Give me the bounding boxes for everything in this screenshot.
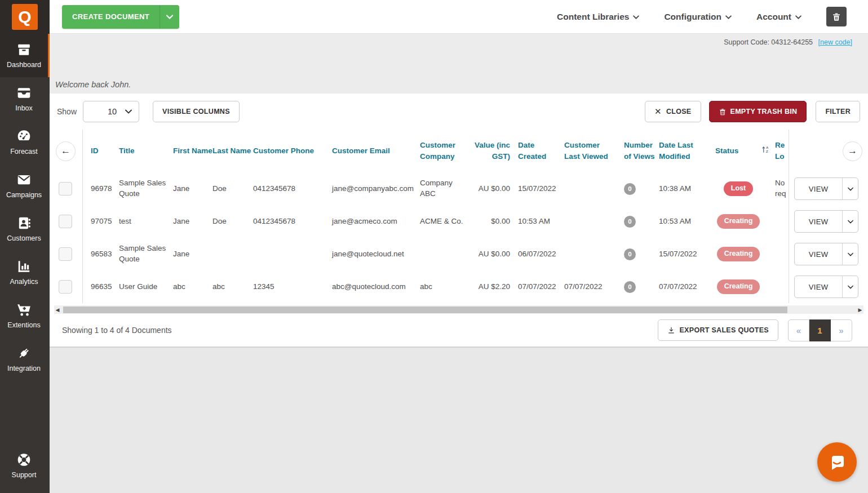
sidebar-item-label: Dashboard (7, 61, 41, 69)
export-sales-quotes-button[interactable]: EXPORT SALES QUOTES (658, 319, 778, 341)
view-button[interactable]: VIEW (794, 276, 858, 298)
scrollbar-thumb[interactable] (63, 307, 787, 313)
view-dropdown-caret[interactable] (842, 276, 858, 297)
row-checkbox[interactable] (59, 247, 72, 261)
cell-date-modified: 15/07/2022 (659, 249, 715, 260)
col-header-customer-email[interactable]: Customer Email (332, 145, 420, 157)
view-dropdown-caret[interactable] (842, 211, 858, 232)
table-row[interactable]: 96635 User Guide abc abc 12345 abc@quote… (83, 270, 789, 303)
bar-chart-icon (16, 259, 32, 274)
close-button[interactable]: ✕ CLOSE (645, 101, 701, 122)
logo-icon: Q (12, 4, 38, 30)
create-document-button[interactable]: CREATE DOCUMENT (62, 5, 179, 29)
welcome-message: Welcome back John. (55, 80, 131, 89)
pagination-page-1[interactable]: 1 (809, 319, 831, 341)
status-badge: Creating (717, 247, 760, 261)
cell-date-created: 07/07/2022 (511, 282, 562, 292)
table-controls: Show 10 VISIBLE COLUMNS ✕ CLOSE EMPTY TR… (50, 94, 868, 126)
chevron-down-icon (166, 15, 173, 19)
main-area: CREATE DOCUMENT Content Libraries Config… (50, 0, 868, 493)
row-checkbox[interactable] (59, 182, 72, 196)
col-header-value[interactable]: Value (inc GST) (474, 140, 511, 162)
sidebar-item-forecast[interactable]: Forecast (0, 121, 50, 164)
horizontal-scrollbar[interactable]: ◀ ▶ (54, 305, 863, 314)
scrollbar-track[interactable] (61, 305, 857, 314)
col-header-customer-company[interactable]: Customer Company (420, 140, 474, 162)
sidebar-item-support[interactable]: Support (0, 444, 50, 487)
cell-date-created: 15/07/2022 (511, 184, 562, 194)
col-header-status[interactable]: Status (715, 145, 761, 157)
create-document-caret[interactable] (160, 5, 179, 29)
page-size-select[interactable]: 10 (83, 101, 139, 122)
col-header-id[interactable]: ID (91, 145, 119, 157)
cell-email: jane@companyabc.com (332, 184, 420, 194)
sidebar-item-integration[interactable]: Integration (0, 337, 50, 381)
menu-label: Account (756, 12, 791, 22)
col-header-first-name[interactable]: First Name (173, 145, 212, 157)
view-button[interactable]: VIEW (794, 243, 858, 265)
trash-bin-button[interactable] (826, 7, 847, 26)
sidebar-item-campaigns[interactable]: Campaigns (0, 164, 50, 207)
cell-status: Lost (715, 181, 761, 196)
scrollbar-left-arrow[interactable]: ◀ (54, 305, 61, 314)
sidebar-item-inbox[interactable]: Inbox (0, 77, 50, 121)
col-header-last-name[interactable]: Last Name (212, 145, 253, 157)
close-icon: ✕ (654, 106, 662, 117)
sidebar-item-analytics[interactable]: Analytics (0, 251, 50, 294)
sidebar-item-customers[interactable]: Customers (0, 207, 50, 251)
col-header-customer-last-viewed[interactable]: Customer Last Viewed (562, 140, 615, 162)
cell-date-modified: 10:53 AM (659, 216, 715, 227)
status-badge: Creating (717, 214, 760, 229)
cell-title: test (119, 216, 173, 227)
view-dropdown-caret[interactable] (842, 243, 858, 265)
col-header-request-log[interactable]: Re Lo (775, 140, 789, 162)
pagination-prev-button[interactable]: « (788, 319, 809, 341)
cell-company: ACME & Co. (420, 216, 474, 227)
cell-value: AU $0.00 (474, 249, 511, 260)
visible-columns-label: VISIBLE COLUMNS (162, 108, 230, 116)
scrollbar-right-arrow[interactable]: ▶ (857, 305, 863, 314)
menu-label: Content Libraries (557, 12, 629, 22)
sort-alpha-icon[interactable]: AZ (761, 145, 775, 157)
sidebar-item-dashboard[interactable]: Dashboard (0, 34, 50, 77)
view-button[interactable]: VIEW (794, 210, 858, 233)
scroll-left-button[interactable]: ← (56, 141, 76, 161)
col-header-title[interactable]: Title (119, 145, 173, 157)
col-header-number-of-views[interactable]: Number of Views (615, 140, 659, 162)
menu-content-libraries[interactable]: Content Libraries (557, 12, 639, 22)
view-button[interactable]: VIEW (794, 177, 858, 200)
filter-label: FILTER (825, 108, 851, 116)
trash-icon (831, 12, 842, 22)
col-header-date-created[interactable]: Date Created (511, 140, 562, 162)
pagination-next-button[interactable]: » (831, 319, 852, 341)
cell-company: abc (420, 282, 474, 292)
view-button-label: VIEW (795, 211, 842, 232)
chevron-down-icon (848, 252, 853, 256)
new-code-link[interactable]: [new code] (818, 38, 852, 46)
double-chevron-right-icon: » (839, 326, 843, 335)
topbar: CREATE DOCUMENT Content Libraries Config… (50, 0, 868, 34)
page-size-value: 10 (99, 107, 125, 116)
cell-phone: 0412345678 (253, 216, 332, 227)
table-row[interactable]: 96583 Sample Sales Quote Jane jane@quote… (83, 238, 789, 270)
sidebar-item-extentions[interactable]: Extentions (0, 294, 50, 337)
col-header-customer-phone[interactable]: Customer Phone (253, 145, 332, 157)
app-logo[interactable]: Q (0, 0, 50, 34)
empty-trash-bin-button[interactable]: EMPTY TRASH BIN (709, 101, 807, 122)
view-dropdown-caret[interactable] (842, 178, 858, 199)
cell-email: jane@quotecloud.net (332, 249, 420, 260)
cell-first-name: Jane (173, 216, 212, 227)
chat-launcher-button[interactable] (817, 442, 857, 482)
cell-value: AU $2.20 (474, 282, 511, 292)
filter-button[interactable]: FILTER (816, 101, 860, 122)
col-header-date-last-modified[interactable]: Date Last Modified (659, 140, 715, 162)
menu-configuration[interactable]: Configuration (664, 12, 732, 22)
row-checkbox[interactable] (59, 215, 72, 228)
row-checkbox[interactable] (59, 280, 72, 294)
menu-account[interactable]: Account (756, 12, 801, 22)
sidebar-item-label: Forecast (10, 148, 38, 156)
table-row[interactable]: 96978 Sample Sales Quote Jane Doe 041234… (83, 172, 789, 205)
visible-columns-button[interactable]: VISIBLE COLUMNS (153, 101, 240, 122)
table-row[interactable]: 97075 test Jane Doe 0412345678 jane@acme… (83, 205, 789, 238)
scroll-right-button[interactable]: → (843, 141, 862, 161)
